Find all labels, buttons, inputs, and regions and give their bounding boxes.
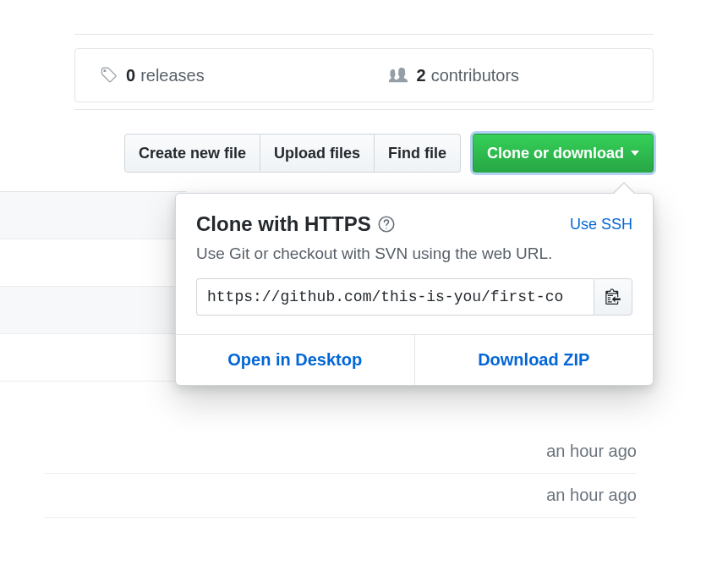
file-timestamp: an hour ago [45, 474, 637, 518]
tag-icon [99, 66, 118, 85]
caret-down-icon [631, 151, 639, 156]
svg-point-1 [386, 228, 387, 229]
releases-label: releases [140, 66, 205, 85]
upload-files-button[interactable]: Upload files [260, 134, 375, 173]
releases-stat[interactable]: 0 releases [75, 66, 364, 85]
file-action-row: Create new file Upload files Find file C… [74, 134, 654, 173]
people-icon [388, 66, 408, 85]
clone-or-download-label: Clone or download [487, 145, 624, 162]
timestamp-column: an hour ago an hour ago [45, 430, 637, 518]
create-new-file-button[interactable]: Create new file [124, 134, 260, 173]
open-in-desktop-button[interactable]: Open in Desktop [176, 335, 415, 385]
question-icon[interactable] [378, 216, 395, 233]
contributors-count: 2 [417, 66, 426, 85]
clone-url-input[interactable] [196, 278, 594, 316]
clone-dropdown: Clone with HTTPS Use SSH Use Git or chec… [175, 193, 654, 386]
clipboard-icon [605, 288, 621, 307]
download-zip-button[interactable]: Download ZIP [415, 335, 654, 385]
clone-dropdown-title: Clone with HTTPS [196, 212, 395, 236]
contributors-stat[interactable]: 2 contributors [364, 66, 654, 85]
clone-description: Use Git or checkout with SVN using the w… [196, 244, 632, 263]
find-file-button[interactable]: Find file [375, 134, 461, 173]
contributors-label: contributors [431, 66, 520, 85]
releases-count: 0 [126, 66, 135, 85]
copy-url-button[interactable] [594, 278, 632, 316]
file-list-background [0, 191, 186, 382]
use-ssh-link[interactable]: Use SSH [570, 216, 632, 233]
clone-or-download-button[interactable]: Clone or download [473, 134, 654, 173]
file-timestamp: an hour ago [45, 430, 637, 474]
repo-stats-bar: 0 releases 2 contributors [74, 48, 654, 102]
